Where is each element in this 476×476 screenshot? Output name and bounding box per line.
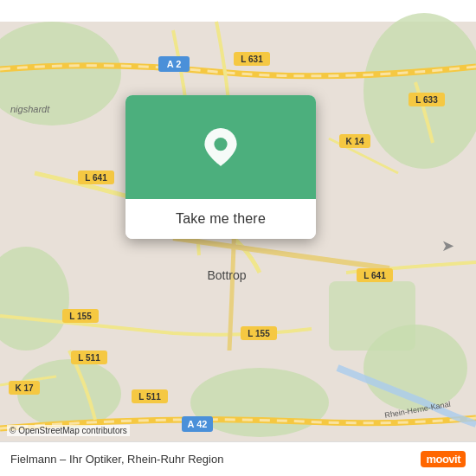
bottom-bar: Fielmann – Ihr Optiker, Rhein-Ruhr Regio… — [0, 441, 476, 476]
svg-text:L 155: L 155 — [248, 329, 270, 338]
take-me-there-button[interactable]: Take me there — [125, 199, 316, 239]
svg-text:K 17: K 17 — [15, 383, 34, 393]
svg-text:A 2: A 2 — [167, 59, 182, 69]
svg-text:L 155: L 155 — [69, 312, 92, 321]
moovit-logo: moovit — [421, 451, 466, 467]
location-label: Fielmann – Ihr Optiker, Rhein-Ruhr Regio… — [10, 453, 223, 466]
svg-text:➤: ➤ — [441, 237, 454, 254]
svg-text:L 511: L 511 — [138, 392, 161, 402]
svg-text:nigshardt: nigshardt — [10, 104, 50, 114]
svg-rect-7 — [329, 281, 415, 351]
moovit-badge: moovit — [421, 451, 466, 467]
svg-text:Bottrop: Bottrop — [207, 268, 246, 282]
osm-credit: © OpenStreetMap contributors — [7, 425, 130, 436]
popup-map-area — [125, 95, 316, 199]
svg-point-38 — [214, 138, 227, 151]
location-pin-icon — [202, 128, 240, 166]
popup-card: Take me there — [125, 95, 316, 239]
svg-text:L 641: L 641 — [85, 173, 107, 183]
svg-text:K 14: K 14 — [345, 137, 364, 146]
svg-text:L 641: L 641 — [363, 271, 386, 280]
svg-text:L 633: L 633 — [415, 95, 438, 105]
svg-text:L 631: L 631 — [241, 55, 263, 64]
svg-text:A 42: A 42 — [188, 419, 208, 429]
map-container: A 2 L 511 L 631 L 641 L 633 K 14 L 511 L… — [0, 0, 476, 476]
svg-text:L 511: L 511 — [78, 353, 100, 363]
